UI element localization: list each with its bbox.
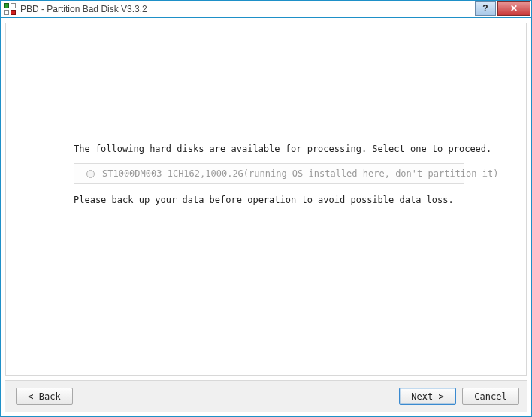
titlebar-buttons: ? ✕ [475,1,531,17]
next-button[interactable]: Next > [399,388,456,405]
help-icon: ? [482,3,488,14]
disk-item[interactable]: ST1000DM003-1CH162,1000.2G(running OS in… [74,164,464,183]
radio-icon [86,170,95,178]
disk-label: ST1000DM003-1CH162,1000.2G(running OS in… [102,168,498,179]
next-button-label: Next > [411,391,443,402]
app-icon [4,3,16,15]
instruction-text: The following hard disks are available f… [74,144,511,154]
cancel-button[interactable]: Cancel [462,388,519,405]
app-window: PBD - Partition Bad Disk V3.3.2 ? ✕ The … [0,0,532,417]
close-button[interactable]: ✕ [497,1,530,16]
backup-warning: Please back up your data before operatio… [74,195,511,205]
button-bar: < Back Next > Cancel [5,380,527,412]
disk-list: ST1000DM003-1CH162,1000.2G(running OS in… [74,163,464,184]
cancel-button-label: Cancel [474,391,506,402]
back-button-label: < Back [28,391,60,402]
close-icon: ✕ [510,3,518,14]
window-title: PBD - Partition Bad Disk V3.3.2 [20,4,147,14]
back-button[interactable]: < Back [16,388,73,405]
titlebar: PBD - Partition Bad Disk V3.3.2 ? ✕ [1,1,531,18]
help-button[interactable]: ? [475,1,496,16]
content-frame: The following hard disks are available f… [5,23,527,376]
